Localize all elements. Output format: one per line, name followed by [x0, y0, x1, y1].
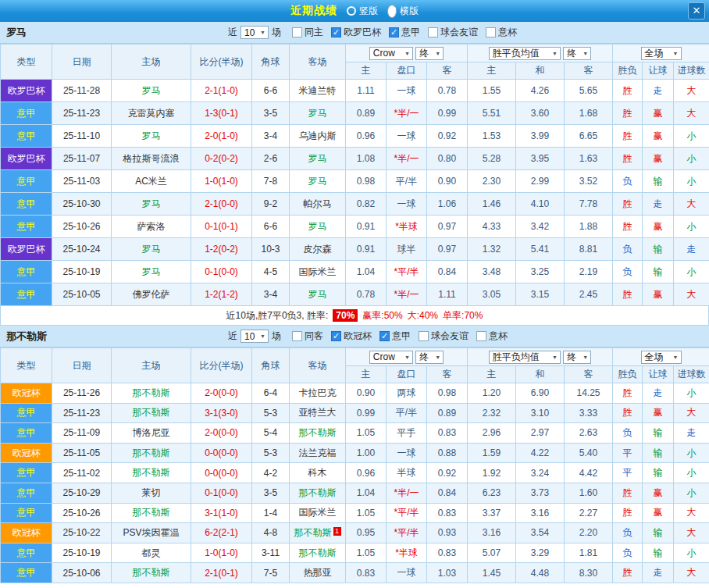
col-away-odds: 客 — [427, 366, 468, 383]
away-odds-cell: 0.80 — [427, 148, 468, 170]
date-cell: 25-11-02 — [52, 463, 112, 483]
col-result: 胜负 — [613, 62, 643, 80]
score-cell: 0-2(0-2) — [191, 148, 252, 170]
corners-cell: 4-2 — [252, 463, 290, 483]
match-row: 意甲25-10-05佛罗伦萨1-2(1-2)3-4罗马0.78*半/一1.113… — [1, 283, 709, 306]
home-odds-cell: 1.05 — [346, 503, 387, 523]
home-odds-cell: 0.95 — [346, 523, 387, 543]
home-team-cell: 佛罗伦萨 — [112, 283, 191, 306]
scope-select[interactable]: 全场 — [641, 351, 682, 364]
away-odds-cell: 0.98 — [427, 383, 468, 404]
filter-checkbox-4[interactable] — [428, 27, 438, 37]
filter-checkbox-1[interactable] — [292, 331, 302, 341]
league-cell: 欧罗巴杯 — [1, 238, 52, 261]
home-odds-cell: 1.05 — [346, 543, 387, 563]
period-select[interactable]: 终 — [415, 47, 444, 60]
match-row: 意甲25-10-30罗马2-1(0-0)9-2帕尔马0.82一球1.061.46… — [1, 193, 709, 216]
handicap-cell: *半球 — [387, 216, 427, 238]
league-cell: 意甲 — [1, 283, 52, 306]
result-cell: 胜 — [613, 125, 643, 148]
avg-period-select[interactable]: 终 — [563, 47, 591, 60]
avg-period-select[interactable]: 终 — [563, 351, 591, 364]
team-name: 那不勒斯 — [6, 330, 225, 344]
games-count-select[interactable]: 10 — [240, 26, 269, 39]
filter-label: 球会友谊 — [440, 26, 478, 39]
handicap-result-cell: 走 — [643, 80, 674, 102]
col-away: 客场 — [290, 348, 346, 383]
draw-avg-cell: 4.10 — [516, 193, 565, 216]
result-cell: 胜 — [613, 563, 643, 583]
away-team-cell: 国际米兰 — [290, 261, 346, 283]
corners-cell: 3-11 — [252, 543, 290, 563]
away-odds-cell: 1.03 — [427, 563, 468, 583]
win-avg-cell: 4.33 — [468, 216, 516, 238]
filter-checkbox-1[interactable] — [292, 27, 302, 37]
home-odds-cell: 1.11 — [346, 80, 387, 102]
scope-select[interactable]: 全场 — [641, 47, 682, 60]
filter-checkbox-2[interactable] — [331, 27, 341, 37]
col-handicap-result: 让球 — [643, 366, 674, 383]
league-cell: 意甲 — [1, 423, 52, 444]
close-button[interactable]: ✕ — [688, 2, 705, 20]
handicap-result-cell: 走 — [643, 383, 674, 404]
home-odds-cell: 0.98 — [346, 170, 387, 193]
win-avg-cell: 5.28 — [468, 148, 516, 170]
filter-checkbox-3[interactable] — [389, 27, 399, 37]
handicap-cell: 一球 — [387, 125, 427, 148]
handicap-cell: 球半 — [387, 238, 427, 261]
corners-cell: 3-5 — [252, 102, 290, 125]
score-cell: 2-1(1-0) — [191, 80, 252, 102]
corners-cell: 4-8 — [252, 523, 290, 543]
goals-cell: 小 — [674, 383, 709, 404]
home-odds-cell: 1.05 — [346, 423, 387, 444]
win-avg-cell: 3.48 — [468, 261, 516, 283]
score-cell: 0-1(0-0) — [191, 483, 252, 503]
filter-checkbox-4[interactable] — [419, 331, 429, 341]
filter-label: 球会友谊 — [431, 330, 469, 343]
handicap-result-cell: 输 — [643, 238, 674, 261]
filter-checkbox-5[interactable] — [486, 27, 496, 37]
home-team-cell: 罗马 — [112, 193, 191, 216]
draw-avg-cell: 3.29 — [516, 543, 565, 563]
filter-checkbox-2[interactable] — [331, 331, 341, 341]
league-filters: 同主欧罗巴杯意甲球会友谊意杯 — [284, 26, 517, 39]
away-odds-cell: 0.99 — [427, 102, 468, 125]
avg-select[interactable]: 胜平负均值 — [489, 351, 561, 364]
company-select[interactable]: Crow — [369, 351, 413, 364]
lose-avg-cell: 8.30 — [565, 563, 613, 583]
date-cell: 25-10-19 — [52, 543, 112, 563]
layout-radio-vertical[interactable]: 竖版 — [347, 5, 378, 18]
period-select[interactable]: 终 — [415, 351, 444, 364]
score-cell: 1-2(0-2) — [191, 238, 252, 261]
handicap-result-cell: 输 — [643, 170, 674, 193]
league-cell: 意甲 — [1, 193, 52, 216]
filter-checkbox-5[interactable] — [476, 331, 486, 341]
filter-checkbox-3[interactable] — [379, 331, 390, 341]
away-team-cell: 科木 — [290, 463, 346, 483]
avg-select[interactable]: 胜平负均值 — [489, 47, 561, 60]
company-select[interactable]: Crow — [369, 47, 413, 60]
home-team-cell: 那不勒斯 — [112, 463, 191, 483]
away-odds-cell: 0.78 — [427, 80, 468, 102]
col-away-odds: 客 — [427, 62, 468, 80]
corners-cell: 9-2 — [252, 193, 290, 216]
away-team-cell: 罗马 — [290, 148, 346, 170]
corners-cell: 1-4 — [252, 503, 290, 523]
corners-cell: 6-6 — [252, 216, 290, 238]
win-avg-cell: 2.32 — [468, 403, 516, 423]
away-team-cell: 罗马 — [290, 216, 346, 238]
goals-cell: 大 — [674, 403, 709, 423]
league-cell: 意甲 — [1, 543, 52, 563]
draw-avg-cell: 3.95 — [516, 148, 565, 170]
result-cell: 负 — [613, 170, 643, 193]
match-row: 意甲25-11-09博洛尼亚2-0(0-0)5-4那不勒斯1.05平手0.832… — [1, 423, 709, 444]
games-count-select[interactable]: 10 — [240, 330, 269, 343]
layout-radio-horizontal[interactable]: 横版 — [387, 5, 419, 18]
result-cell: 胜 — [613, 383, 643, 404]
away-team-cell: 那不勒斯1 — [290, 523, 346, 543]
handicap-result-cell: 赢 — [643, 503, 674, 523]
match-row: 意甲25-10-29莱切0-1(0-0)3-5那不勒斯1.04*半/一0.846… — [1, 483, 709, 503]
league-cell: 意甲 — [1, 102, 52, 125]
team-section-roma: 罗马 近 10 场 同主欧罗巴杯意甲球会友谊意杯 类型 日期 主场 比分(半场) — [0, 22, 709, 326]
handicap-result-cell: 赢 — [643, 102, 674, 125]
